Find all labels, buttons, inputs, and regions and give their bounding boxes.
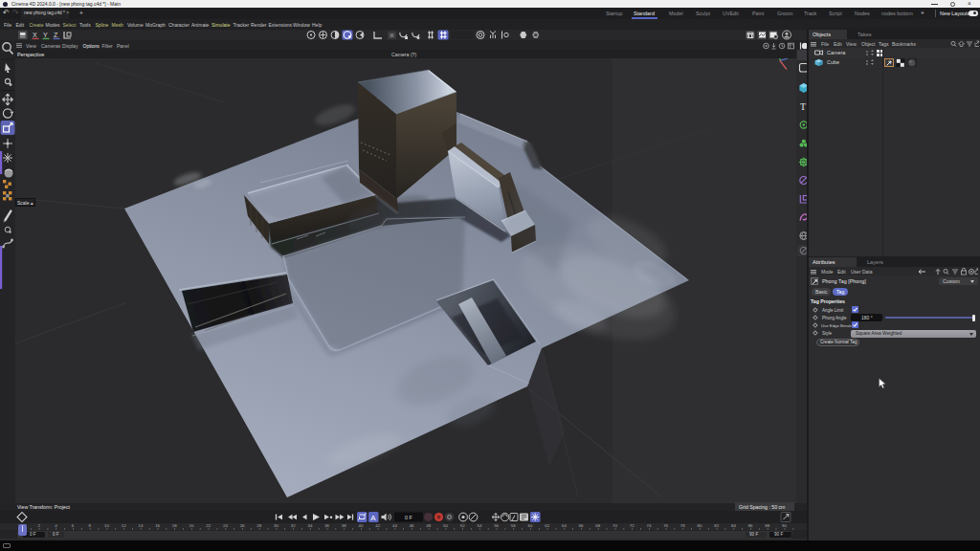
svg-text:26: 26 <box>240 523 245 528</box>
svg-text:22: 22 <box>206 523 211 528</box>
svg-text:34: 34 <box>307 523 312 528</box>
svg-text:Y: Y <box>43 32 48 38</box>
svg-text:36: 36 <box>324 523 329 528</box>
svg-text:14: 14 <box>138 523 143 528</box>
svg-text:72: 72 <box>630 523 635 528</box>
svg-text:10: 10 <box>104 523 109 528</box>
svg-text:A: A <box>370 514 376 522</box>
svg-text:2: 2 <box>37 523 40 528</box>
svg-text:48: 48 <box>426 523 431 528</box>
svg-text:4: 4 <box>55 523 57 528</box>
svg-text:46: 46 <box>410 523 414 528</box>
svg-text:20: 20 <box>189 523 194 528</box>
svg-text:50: 50 <box>443 523 448 528</box>
svg-text:8: 8 <box>89 523 92 528</box>
svg-text:30: 30 <box>274 523 278 528</box>
svg-text:32: 32 <box>291 523 296 528</box>
svg-text:40: 40 <box>359 523 364 528</box>
svg-text:82: 82 <box>714 523 719 528</box>
svg-text:74: 74 <box>646 523 651 528</box>
svg-text:52: 52 <box>460 523 465 528</box>
svg-text:70: 70 <box>612 523 617 528</box>
svg-text:68: 68 <box>595 523 600 528</box>
svg-text:X: X <box>33 32 37 38</box>
svg-text:62: 62 <box>545 523 549 528</box>
svg-text:56: 56 <box>494 523 499 528</box>
svg-text:88: 88 <box>765 523 769 528</box>
svg-text:64: 64 <box>562 523 567 528</box>
svg-text:42: 42 <box>375 523 380 528</box>
svg-text:38: 38 <box>342 523 346 528</box>
svg-text:66: 66 <box>579 523 584 528</box>
svg-text:60: 60 <box>528 523 533 528</box>
svg-text:58: 58 <box>511 523 516 528</box>
svg-text:90: 90 <box>782 523 787 528</box>
svg-text:86: 86 <box>748 523 753 528</box>
svg-text:12: 12 <box>122 523 126 528</box>
svg-text:84: 84 <box>731 523 736 528</box>
svg-text:76: 76 <box>663 523 668 528</box>
svg-text:24: 24 <box>223 523 228 528</box>
svg-text:Z: Z <box>54 32 58 38</box>
svg-text:16: 16 <box>155 523 160 528</box>
svg-text:28: 28 <box>256 523 261 528</box>
svg-text:44: 44 <box>392 523 397 528</box>
svg-text:0 F: 0 F <box>405 515 412 520</box>
svg-text:78: 78 <box>680 523 685 528</box>
svg-text:6: 6 <box>72 523 75 528</box>
svg-text:80: 80 <box>698 523 702 528</box>
svg-text:T: T <box>800 101 806 112</box>
svg-text:18: 18 <box>172 523 177 528</box>
svg-text:54: 54 <box>477 523 481 528</box>
